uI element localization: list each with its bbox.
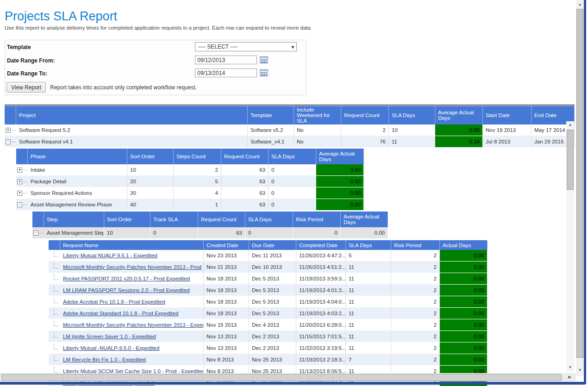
request-sla-days: 11 [346,308,391,319]
date-from-label: Date Range From: [7,57,55,64]
expand-toggle-icon[interactable] [17,168,22,173]
request-row: Liberty Mutual NUALP 9.5.1 - Expedited N… [49,250,488,261]
request-sla-days: 7 [346,354,391,366]
expand-toggle-icon[interactable] [17,179,22,184]
request-completed-date: 11/26/2013 4:51:2... [296,261,346,273]
phase-row: Intake 10 2 63 0 0.00 [16,164,364,176]
grid-horizontal-scrollbar[interactable]: ▶ [0,373,576,381]
col-request-count: Request Count [198,212,245,227]
request-link[interactable]: LM Ignite Screen Saver 1.0 - Expedited [63,334,156,339]
request-due-date: Dec 2 2013 [249,342,296,354]
date-to-calendar-button[interactable] [259,68,269,78]
request-link[interactable]: Adobe Acrobat Standard 10.1.8 - Prod Exp… [63,311,178,316]
col-start-date: Start Date [483,106,532,125]
step-track-sla: 0 [150,227,198,239]
phase-sort-order: 10 [127,164,174,176]
grid-vertical-scrollbar[interactable]: ▲ ▼ [566,121,574,372]
phase-row: Package Detail 20 5 63 0 0.00 [16,176,364,187]
col-project: Project [16,106,248,125]
request-link[interactable]: Microsoft Monthly Security Patches Novem… [63,264,201,270]
request-completed-date: 11/22/2013 3:19:5... [296,342,346,354]
grid-hscroll-thumb[interactable] [1,374,562,381]
project-start-date: Nov 19 2013 [483,125,532,136]
request-actual-days: 0.00 [440,342,488,354]
request-link[interactable]: LM Recycle Bin Fix 1.0 - Expedited [63,357,146,362]
request-due-date: Dec 2 2013 [249,331,296,342]
project-average-actual-days: 0.24 [435,136,483,148]
scroll-down-icon[interactable]: ▼ [566,364,574,371]
step-risk-period: 0 [293,227,341,239]
phase-name: Sponsor Required Actions [28,187,127,199]
phase-average-actual-days: 0.00 [316,199,364,211]
project-template: Software_v4.1 [248,136,294,148]
request-link[interactable]: Liberty Mutual -NUALP-9.5.0 - Expedited [63,345,159,351]
scroll-up-icon[interactable]: ▲ [566,121,574,129]
request-actual-days: 0.00 [440,296,488,308]
report-grid: Project Template Include Weekened for SL… [5,105,575,386]
request-link[interactable]: Adobe Acrobat Pro 10.1.8 - Prod Expedite… [63,299,165,305]
project-start-date: Jul 8 2013 [483,136,532,148]
phase-sla-days: 0 [269,199,316,211]
phase-sort-order: 40 [127,199,174,211]
request-completed-date: 11/19/2013 4:01:3... [296,285,346,296]
step-name: Asset Management Step [44,227,104,239]
request-actual-days: 0.00 [440,250,488,261]
page-scrollbar[interactable]: ▲ ▼ [576,0,584,376]
tree-leaf-connector [54,344,58,349]
project-sla-days: 11 [389,136,435,148]
col-completed-date: Completed Date [296,240,346,250]
step-sort-order: 10 [104,227,150,239]
template-select[interactable]: ---- SELECT ---- ▼ [195,42,297,51]
col-risk-period: Risk Period [391,240,440,250]
request-risk-period: 2 [391,354,440,366]
request-risk-period: 2 [391,342,440,354]
phase-steps-count: 5 [174,176,221,187]
request-row: LM Recycle Bin Fix 1.0 - Expedited Nov 8… [49,354,488,366]
request-created-date: Nov 13 2013 [204,331,249,342]
request-risk-period: 2 [391,319,440,331]
window-border-bottom [0,382,586,385]
phase-average-actual-days: 0.00 [316,187,364,199]
expand-toggle-icon[interactable] [33,230,38,236]
col-request-count: Request Count [341,106,389,125]
expand-toggle-icon[interactable] [6,139,11,144]
tree-leaf-connector [54,251,58,257]
request-created-date: Nov 8 2013 [204,354,249,366]
scroll-right-icon[interactable]: ▶ [566,374,574,381]
request-link[interactable]: Rocket PASSPORT 2011 v20.0.5.17 - Prod E… [63,276,190,281]
projects-table: Project Template Include Weekened for SL… [5,106,575,148]
tree-leaf-connector [54,332,58,338]
request-row: Liberty Mutual -NUALP-9.5.0 - Expedited … [49,342,488,354]
request-created-date: Nov 18 2013 [204,308,249,319]
expand-toggle-icon[interactable] [17,202,22,207]
date-from-calendar-button[interactable] [259,56,269,65]
expand-toggle-icon[interactable] [17,191,22,196]
request-actual-days: 0.00 [440,331,488,342]
request-row: Adobe Acrobat Pro 10.1.8 - Prod Expedite… [49,296,488,308]
phase-name: Asset Management Review Phase [28,199,127,211]
col-average-actual-days: Average Actual Days [435,106,483,125]
request-due-date: Dec 5 2013 [249,296,296,308]
tree-leaf-connector [54,274,58,280]
date-from-input[interactable] [195,56,257,64]
expand-toggle-icon[interactable] [6,128,11,133]
grid-vscroll-thumb[interactable] [567,130,574,190]
view-report-button[interactable]: View Report [6,82,46,93]
tree-leaf-connector [54,263,58,268]
scroll-up-icon[interactable]: ▲ [576,1,584,8]
request-link[interactable]: Liberty Mutual NUALP 9.5.1 - Expedited [63,253,157,258]
col-phase: Phase [28,149,127,164]
page-scroll-thumb[interactable] [576,9,583,358]
date-to-input[interactable] [195,68,257,77]
request-due-date: Dec 5 2013 [249,285,296,296]
col-expand [16,149,28,164]
request-completed-date: 11/19/2013 3:59:3... [296,273,346,285]
phase-name: Package Detail [28,176,127,187]
phase-request-count: 63 [221,187,269,199]
request-created-date: Nov 15 2013 [204,319,249,331]
request-link[interactable]: LM LRAM PASSPORT Sessions 2.0 - Prod Exp… [63,287,190,293]
scroll-down-icon[interactable]: ▼ [576,367,584,374]
request-link[interactable]: Microsoft Monthly Security Patches Novem… [63,322,204,328]
request-sla-days: 11 [346,261,391,273]
phase-steps-count: 4 [174,187,221,199]
